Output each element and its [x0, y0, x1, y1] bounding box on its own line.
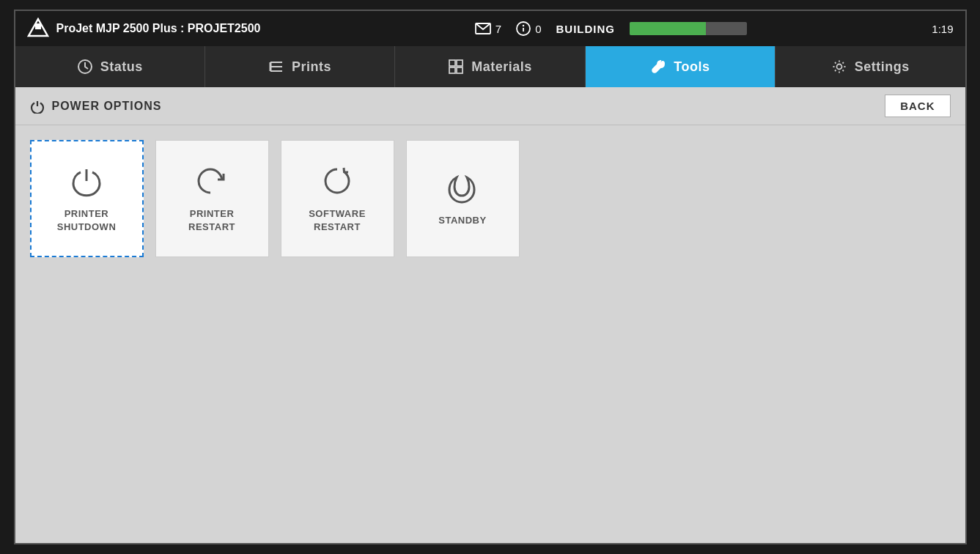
- tab-prints[interactable]: Prints: [205, 46, 395, 87]
- shutdown-label: PRINTERSHUTDOWN: [57, 207, 117, 234]
- printer-restart-icon: [194, 163, 229, 199]
- section-title-container: POWER OPTIONS: [30, 99, 162, 114]
- power-card-software-restart[interactable]: SOFTWARERESTART: [281, 140, 394, 257]
- section-header: POWER OPTIONS BACK: [15, 87, 965, 125]
- software-restart-icon: [320, 163, 355, 199]
- grid-icon: [448, 59, 464, 75]
- power-card-shutdown[interactable]: PRINTERSHUTDOWN: [30, 140, 144, 257]
- power-icon-small: [30, 99, 45, 114]
- standby-label: STANDBY: [438, 214, 486, 227]
- tab-settings-label: Settings: [855, 59, 910, 75]
- building-status: BUILDING: [556, 23, 615, 35]
- time-display: 1:19: [932, 23, 953, 35]
- power-grid: PRINTERSHUTDOWN PRINTERRESTART SOFTWARER…: [15, 125, 965, 272]
- alerts-status: 0: [516, 21, 541, 36]
- power-card-printer-restart[interactable]: PRINTERRESTART: [155, 140, 269, 257]
- tab-bar: Status Prints Materials Tools: [15, 46, 965, 87]
- logo-icon: [27, 18, 49, 40]
- messages-count: 7: [495, 23, 501, 35]
- top-bar-status: 7 0 BUILDING: [304, 21, 917, 36]
- printer-restart-label: PRINTERRESTART: [188, 207, 235, 234]
- software-restart-label: SOFTWARERESTART: [309, 207, 366, 234]
- tab-status-label: Status: [100, 59, 143, 75]
- printer-name: ProJet MJP 2500 Plus : PROJET2500: [56, 22, 261, 35]
- power-card-standby[interactable]: STANDBY: [406, 140, 520, 257]
- svg-rect-12: [457, 60, 463, 66]
- content-area: POWER OPTIONS BACK PRINTERSHUTDOWN PRI: [15, 87, 965, 543]
- tab-tools[interactable]: Tools: [586, 46, 775, 87]
- svg-rect-13: [449, 67, 455, 73]
- alerts-count: 0: [535, 23, 541, 35]
- wrench-icon: [650, 59, 666, 75]
- svg-rect-11: [449, 60, 455, 66]
- svg-point-5: [523, 26, 524, 26]
- svg-rect-1: [35, 23, 41, 29]
- progress-fill: [630, 22, 706, 35]
- tab-materials[interactable]: Materials: [395, 46, 585, 87]
- tab-settings[interactable]: Settings: [775, 46, 965, 87]
- progress-bar: [630, 22, 747, 35]
- top-bar: ProJet MJP 2500 Plus : PROJET2500 7 0: [15, 11, 965, 46]
- tab-materials-label: Materials: [471, 59, 532, 75]
- svg-rect-14: [457, 67, 463, 73]
- screen: ProJet MJP 2500 Plus : PROJET2500 7 0: [14, 10, 967, 544]
- clock-icon: [77, 59, 93, 75]
- logo: ProJet MJP 2500 Plus : PROJET2500: [27, 18, 290, 40]
- tab-status[interactable]: Status: [15, 46, 205, 87]
- list-icon: [268, 59, 284, 75]
- standby-icon: [445, 170, 480, 205]
- envelope-icon: [475, 23, 491, 34]
- tab-prints-label: Prints: [292, 59, 331, 75]
- alert-icon: [516, 21, 531, 36]
- gear-icon: [831, 59, 847, 75]
- svg-point-15: [836, 64, 841, 70]
- shutdown-icon: [69, 163, 104, 199]
- tab-tools-label: Tools: [674, 59, 710, 75]
- back-button[interactable]: BACK: [885, 95, 950, 117]
- messages-status: 7: [475, 23, 501, 35]
- progress-container: [630, 22, 747, 35]
- section-title: POWER OPTIONS: [52, 100, 162, 113]
